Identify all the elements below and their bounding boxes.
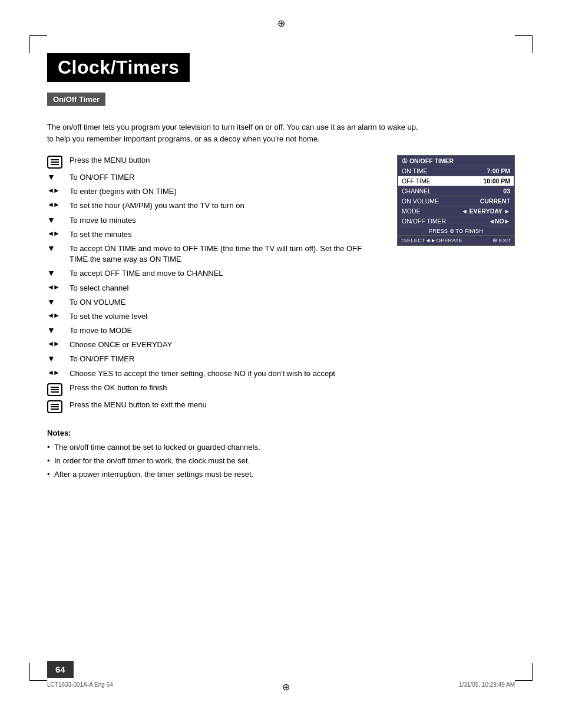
notes-title: Notes: — [47, 429, 515, 437]
instruction-text: To set the volume level — [70, 311, 379, 322]
page-title-block: Clock/Timers — [47, 53, 190, 82]
instruction-icon: ▼ — [47, 297, 70, 306]
instruction-icon: ▼ — [47, 325, 70, 334]
notes-section: Notes: The on/off time cannot be set to … — [47, 429, 515, 480]
instruction-row: ▼To move to MODE — [47, 325, 379, 336]
instruction-text: Choose YES to accept the timer setting, … — [70, 368, 379, 379]
instructions-col: Press the MENU button▼To ON/OFF TIMER◄►T… — [47, 155, 379, 417]
instruction-icon: ▼ — [47, 243, 70, 252]
top-reg-mark: ⊕ — [0, 18, 562, 29]
screen-row-value: CURRENT — [480, 197, 510, 205]
instruction-row: ◄►To enter (begins with ON TIME) — [47, 186, 379, 197]
instruction-row: Press the MENU button — [47, 155, 379, 169]
page-container: ⊕ Clock/Timers On/Off Timer The on/off t… — [0, 0, 562, 728]
screen-row-value: 7:00 PM — [487, 167, 510, 174]
instruction-row: ▼To accept ON TIME and move to OFF TIME … — [47, 243, 379, 265]
screen-row-label: ON TIME — [402, 167, 428, 174]
instruction-text: To accept OFF TIME and move to CHANNEL — [70, 268, 379, 279]
instruction-text: Press the MENU button — [70, 155, 379, 166]
screen-row-label: ON/OFF TIMER — [402, 218, 446, 225]
screen-nav-right: ⊕ EXIT — [492, 237, 511, 243]
instruction-row: Press the MENU button to exit the menu — [47, 400, 379, 413]
lr-arrow-icon: ◄► — [47, 369, 59, 376]
lr-arrow-icon: ◄► — [47, 284, 59, 291]
screen-title: ① ON/OFF TIMER — [402, 157, 454, 164]
screen-row-label: MODE — [402, 207, 421, 215]
down-arrow-icon: ▼ — [47, 216, 55, 224]
instruction-icon: ◄► — [47, 229, 70, 237]
notes-list-item: In order for the on/off timer to work, t… — [47, 456, 515, 466]
page-number: 64 — [55, 664, 65, 674]
instruction-text: To move to MODE — [70, 325, 379, 336]
instruction-row: ▼To ON/OFF TIMER — [47, 354, 379, 364]
section-heading: On/Off Timer — [47, 93, 105, 106]
notes-list-item: The on/off time cannot be set to locked … — [47, 442, 515, 453]
instruction-text: Choose ONCE or EVERYDAY — [70, 340, 379, 350]
instruction-icon — [47, 383, 70, 396]
instruction-text: To ON VOLUME — [70, 297, 379, 308]
screen-data-row: ON TIME7:00 PM — [398, 166, 514, 176]
corner-mark-bl — [29, 663, 47, 681]
screen-footer: PRESS ⊕ TO FINISH — [398, 226, 514, 236]
lr-arrow-icon: ◄► — [47, 340, 59, 347]
instruction-row: ▼To accept OFF TIME and move to CHANNEL — [47, 268, 379, 279]
main-content: Press the MENU button▼To ON/OFF TIMER◄►T… — [47, 155, 515, 417]
lr-arrow-icon: ◄► — [47, 201, 59, 208]
instruction-icon: ◄► — [47, 340, 70, 347]
corner-mark-br — [515, 663, 533, 681]
instruction-text: To move to minutes — [70, 215, 379, 226]
notes-list-item: After a power interruption, the timer se… — [47, 469, 515, 480]
instruction-text: To select channel — [70, 283, 379, 294]
screen-nav: ↕SELECT◄►OPERATE ⊕ EXIT — [398, 236, 514, 245]
screen-data-row: ON/OFF TIMER◄NO► — [398, 216, 514, 226]
screen-data-row: ON VOLUMECURRENT — [398, 196, 514, 206]
menu-icon — [47, 383, 62, 396]
corner-mark-tr — [515, 35, 533, 53]
instruction-text: To ON/OFF TIMER — [70, 172, 379, 183]
screen-title-row: ① ON/OFF TIMER — [398, 156, 514, 166]
instruction-icon: ◄► — [47, 311, 70, 319]
instruction-row: ▼To ON VOLUME — [47, 297, 379, 308]
down-arrow-icon: ▼ — [47, 326, 55, 334]
screen-row-label: ON VOLUME — [402, 197, 439, 205]
instruction-icon: ▼ — [47, 215, 70, 224]
instruction-row: ◄►To select channel — [47, 283, 379, 294]
instruction-row: ◄►Choose YES to accept the timer setting… — [47, 368, 379, 379]
instruction-icon: ◄► — [47, 368, 70, 376]
instruction-icon: ▼ — [47, 354, 70, 363]
page-title: Clock/Timers — [58, 57, 179, 78]
screen-row-value: ◄ EVERYDAY ► — [461, 207, 510, 215]
down-arrow-icon: ▼ — [47, 298, 55, 306]
instruction-row: ▼To move to minutes — [47, 215, 379, 226]
lr-arrow-icon: ◄► — [47, 230, 59, 237]
screen-nav-left: ↕SELECT◄►OPERATE — [401, 237, 462, 243]
lr-arrow-icon: ◄► — [47, 187, 59, 194]
screen-row-value: 10:00 PM — [483, 177, 510, 185]
instruction-icon: ▼ — [47, 268, 70, 277]
footer-right: 1/31/05, 10:29:49 AM — [459, 681, 515, 693]
page-number-box: 64 — [47, 661, 74, 678]
screen-row-value: ◄NO► — [488, 218, 510, 225]
instruction-text: To ON/OFF TIMER — [70, 354, 379, 364]
instruction-text: To set the hour (AM/PM) you want the TV … — [70, 200, 379, 211]
footer-line: LCT1833-001A-A Eng 64 ⊕ 1/31/05, 10:29:4… — [47, 681, 515, 693]
instruction-icon — [47, 155, 70, 169]
instruction-text: To enter (begins with ON TIME) — [70, 186, 379, 197]
instruction-text: To set the minutes — [70, 229, 379, 240]
lr-arrow-icon: ◄► — [47, 312, 59, 319]
down-arrow-icon: ▼ — [47, 244, 55, 252]
notes-list: The on/off time cannot be set to locked … — [47, 442, 515, 480]
intro-text: The on/off timer lets you program your t… — [47, 121, 424, 144]
instruction-icon: ▼ — [47, 172, 70, 181]
screen-row-label: OFF TIME — [402, 177, 431, 185]
footer-left: LCT1833-001A-A Eng 64 — [47, 681, 113, 693]
instruction-row: ◄►To set the minutes — [47, 229, 379, 240]
instruction-row: Press the OK button to finish — [47, 383, 379, 396]
screen-row-value: 03 — [503, 187, 510, 195]
down-arrow-icon: ▼ — [47, 354, 55, 363]
instruction-icon: ◄► — [47, 283, 70, 291]
menu-icon — [47, 156, 62, 169]
screen-data-row: MODE◄ EVERYDAY ► — [398, 206, 514, 216]
instruction-row: ◄►To set the volume level — [47, 311, 379, 322]
instruction-row: ▼To ON/OFF TIMER — [47, 172, 379, 183]
